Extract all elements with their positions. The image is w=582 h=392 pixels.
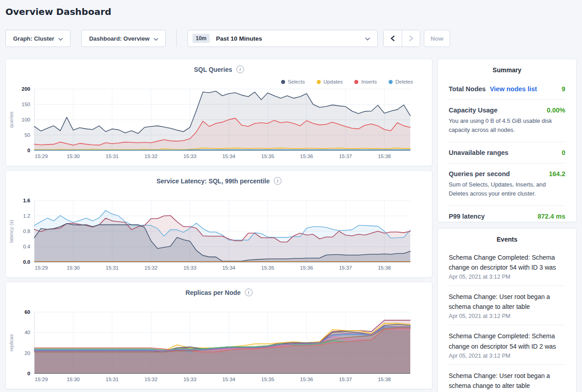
svg-text:15:37: 15:37 — [339, 377, 352, 382]
svg-text:15:32: 15:32 — [145, 265, 158, 271]
svg-text:0: 0 — [28, 148, 30, 153]
svg-text:15:35: 15:35 — [261, 154, 274, 159]
event-timestamp: Apr 05, 2021 at 3:12 PM — [449, 353, 565, 359]
svg-text:15:36: 15:36 — [300, 377, 313, 382]
dashboard-dropdown-label: Dashboard: Overview — [89, 35, 150, 42]
svg-text:150: 150 — [22, 102, 30, 107]
total-nodes-label: Total Nodes — [449, 85, 486, 93]
svg-text:15:29: 15:29 — [35, 377, 48, 382]
legend-item-updates: Updates — [317, 79, 343, 84]
events-title: Events — [449, 236, 565, 243]
capacity-usage-label: Capacity Usage — [449, 107, 498, 114]
chevron-down-icon — [58, 35, 63, 42]
time-range-value: Past 10 Minutes — [216, 35, 365, 42]
graph-dropdown-label: Graph: Cluster — [13, 35, 54, 42]
replicas-per-node-chart[interactable]: 15:2915:3015:3115:3215:3315:3415:3515:36… — [6, 303, 433, 387]
svg-text:15:34: 15:34 — [222, 154, 235, 159]
svg-text:latency (s): latency (s) — [9, 220, 14, 243]
chart-card-sql-queries: SQL Queries i SelectsUpdatesInsertsDelet… — [5, 59, 432, 166]
svg-text:1.6: 1.6 — [23, 198, 30, 203]
svg-text:0.4: 0.4 — [23, 244, 31, 249]
svg-text:15:35: 15:35 — [261, 377, 274, 382]
info-icon[interactable]: i — [236, 65, 244, 73]
svg-text:15:30: 15:30 — [67, 265, 80, 271]
divider — [449, 99, 565, 100]
svg-text:15:33: 15:33 — [183, 377, 197, 382]
chevron-left-icon — [390, 35, 395, 42]
legend-item-selects: Selects — [281, 79, 305, 84]
qps-description: Sum of Selects, Updates, Inserts, and De… — [449, 180, 565, 199]
svg-text:15:30: 15:30 — [67, 377, 80, 382]
chart-title: Replicas per Node — [185, 289, 240, 296]
divider — [449, 205, 565, 206]
svg-text:15:36: 15:36 — [300, 265, 313, 271]
info-icon[interactable]: i — [245, 289, 253, 296]
dashboard-dropdown[interactable]: Dashboard: Overview — [81, 30, 166, 47]
chevron-down-icon — [365, 34, 370, 42]
event-item: Schema Change Completed: Schema change o… — [449, 325, 565, 364]
qps-label: Queries per second — [449, 170, 510, 177]
event-text: Schema Change Completed: Schema change o… — [449, 331, 565, 351]
now-button[interactable]: Now — [424, 30, 450, 47]
svg-text:replicas: replicas — [9, 334, 14, 351]
time-next-button[interactable] — [402, 30, 420, 47]
view-nodes-list-link[interactable]: View nodes list — [490, 85, 537, 93]
svg-text:15:34: 15:34 — [222, 377, 235, 382]
summary-title: Summary — [449, 66, 565, 74]
info-icon[interactable]: i — [274, 177, 282, 185]
svg-text:100: 100 — [22, 117, 30, 122]
capacity-usage-value: 0.00% — [547, 107, 565, 114]
toolbar-divider — [176, 30, 177, 47]
svg-text:15:29: 15:29 — [35, 154, 48, 159]
svg-text:15:33: 15:33 — [183, 154, 197, 159]
svg-text:15:37: 15:37 — [339, 154, 352, 159]
event-item: Schema Change: User root began a schema … — [449, 365, 565, 392]
graph-dropdown[interactable]: Graph: Cluster — [5, 30, 70, 47]
svg-text:15:31: 15:31 — [106, 377, 119, 382]
event-text: Schema Change Completed: Schema change o… — [449, 252, 565, 272]
events-panel: Events Schema Change Completed: Schema c… — [437, 228, 577, 392]
svg-text:15:32: 15:32 — [145, 154, 158, 159]
svg-text:15:32: 15:32 — [145, 377, 158, 382]
legend-dot-icon — [354, 80, 358, 84]
sql-queries-chart[interactable]: 15:2915:3015:3115:3215:3315:3415:3515:36… — [6, 80, 433, 164]
summary-panel: Summary Total Nodes View nodes list 9 Ca… — [437, 59, 577, 222]
svg-text:1.2: 1.2 — [23, 213, 30, 219]
p99-latency-value: 872.4 ms — [538, 213, 565, 220]
capacity-usage-description: You are using 0 B of 4.5 GiB usable disk… — [449, 117, 565, 135]
svg-text:15:38: 15:38 — [378, 265, 391, 271]
svg-text:queries: queries — [9, 111, 14, 128]
legend-dot-icon — [281, 80, 285, 84]
legend-dot-icon — [389, 80, 393, 84]
chart-card-service-latency: Service Latency: SQL, 99th percentile i … — [5, 170, 432, 278]
event-timestamp: Apr 05, 2021 at 3:12 PM — [449, 274, 565, 280]
event-text: Schema Change: User root began a schema … — [449, 292, 565, 312]
unavailable-ranges-label: Unavailable ranges — [449, 149, 508, 156]
legend-dot-icon — [317, 80, 321, 84]
svg-text:0.8: 0.8 — [23, 229, 30, 234]
svg-text:15:38: 15:38 — [378, 154, 391, 159]
svg-text:15:34: 15:34 — [222, 265, 235, 271]
service-latency-chart[interactable]: 15:2915:3015:3115:3215:3315:3415:3515:36… — [6, 191, 433, 275]
svg-text:15:38: 15:38 — [378, 377, 391, 382]
page-title: Overview Dashboard — [5, 6, 111, 17]
svg-text:15:33: 15:33 — [183, 265, 197, 271]
chart-title: SQL Queries — [194, 66, 232, 73]
svg-text:200: 200 — [22, 86, 30, 92]
time-prev-button[interactable] — [384, 30, 402, 47]
event-item: Schema Change: User root began a schema … — [449, 286, 565, 325]
svg-text:60: 60 — [24, 309, 30, 315]
svg-text:40: 40 — [24, 330, 30, 335]
qps-value: 164.2 — [549, 170, 565, 177]
time-range-picker[interactable]: 10m Past 10 Minutes — [188, 30, 378, 47]
divider — [449, 163, 565, 163]
event-item: Schema Change Completed: Schema change o… — [449, 247, 565, 286]
svg-text:15:31: 15:31 — [106, 265, 119, 271]
chart-card-replicas-per-node: Replicas per Node i 15:2915:3015:3115:32… — [5, 282, 432, 389]
svg-text:15:29: 15:29 — [35, 265, 48, 271]
chevron-down-icon — [154, 35, 158, 42]
legend-item-deletes: Deletes — [389, 79, 413, 84]
event-text: Schema Change: User root began a schema … — [449, 371, 565, 391]
svg-text:15:36: 15:36 — [300, 154, 313, 159]
svg-text:0.0: 0.0 — [23, 259, 30, 265]
